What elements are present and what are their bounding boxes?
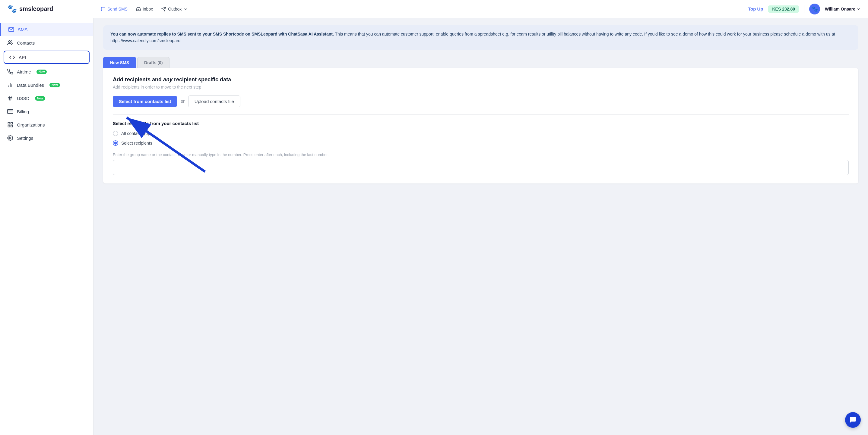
svg-line-8 (11, 96, 11, 101)
sidebar-data-label: Data Bundles (17, 82, 44, 88)
select-section-title: Select recipients from your contacts lis… (113, 121, 849, 126)
chat-support-widget[interactable] (845, 412, 861, 428)
recipients-input[interactable] (113, 160, 849, 175)
contacts-icon (7, 40, 13, 46)
recipient-action-buttons: Select from contacts list or Upload cont… (113, 96, 849, 107)
sidebar-contacts-label: Contacts (17, 40, 35, 45)
sidebar-organizations-label: Organizations (17, 122, 45, 127)
sidebar-ussd-label: USSD (17, 96, 30, 101)
svg-point-15 (10, 137, 11, 139)
topup-button[interactable]: Top Up (748, 6, 763, 11)
send-sms-label: Send SMS (107, 7, 128, 11)
logo-icon: 🐾 (7, 4, 17, 13)
top-navigation: 🐾 smsleopard Send SMS Inbox Outbox Top U… (0, 0, 868, 18)
sidebar-item-contacts[interactable]: Contacts (0, 36, 93, 49)
radio-all-circle (113, 131, 118, 136)
select-contacts-button[interactable]: Select from contacts list (113, 96, 177, 107)
sidebar-item-ussd[interactable]: USSD New (0, 92, 93, 105)
outbox-label: Outbox (168, 7, 182, 11)
radio-all-contacts[interactable]: All contacts (0) (113, 131, 849, 136)
nav-inbox[interactable]: Inbox (136, 7, 153, 11)
svg-rect-9 (7, 109, 13, 113)
svg-point-1 (8, 41, 10, 43)
app-logo: 🐾 smsleopard (7, 4, 101, 13)
ussd-badge: New (35, 96, 45, 101)
sidebar-item-data-bundles[interactable]: Data Bundles New (0, 78, 93, 92)
recipients-card: Add recipients and any recipient specifi… (103, 68, 858, 184)
tab-drafts[interactable]: Drafts (0) (137, 57, 169, 68)
user-name[interactable]: William Onsare (825, 7, 861, 11)
sidebar-item-settings[interactable]: Settings (0, 131, 93, 144)
data-bundles-icon (7, 82, 13, 88)
nav-outbox[interactable]: Outbox (161, 7, 188, 11)
user-chevron-icon (857, 7, 861, 11)
api-icon (9, 54, 15, 60)
sidebar-item-sms[interactable]: SMS (0, 23, 93, 36)
or-separator: or (181, 99, 184, 104)
billing-icon (7, 108, 13, 114)
sidebar-item-airtime[interactable]: Airtime New (0, 65, 93, 78)
upload-contacts-button[interactable]: Upload contacts file (188, 96, 240, 107)
main-layout: SMS Contacts API Airtime New Data (0, 18, 868, 435)
sms-tabs: New SMS Drafts (0) (103, 57, 858, 68)
avatar[interactable]: 🐾 (809, 4, 820, 14)
nav-divider (804, 5, 804, 13)
sidebar-settings-label: Settings (17, 136, 33, 141)
logo-text: smsleopard (19, 5, 53, 12)
sidebar-airtime-label: Airtime (17, 69, 31, 74)
svg-rect-11 (8, 123, 10, 125)
card-subtitle: Add recipients in order to move to the n… (113, 85, 849, 90)
settings-icon (7, 135, 13, 141)
nav-right: Top Up KES 232.80 🐾 William Onsare (748, 4, 861, 14)
svg-rect-13 (8, 125, 10, 127)
inbox-label: Inbox (143, 7, 153, 11)
radio-select-recipients[interactable]: Select recipients (113, 140, 849, 146)
sidebar-api-label: API (19, 55, 26, 60)
section-divider (113, 114, 849, 115)
main-content: You can now automate replies to SMS sent… (93, 18, 868, 435)
chat-icon (849, 416, 857, 424)
sidebar-item-organizations[interactable]: Organizations (0, 118, 93, 131)
inbox-icon (136, 7, 141, 11)
outbox-icon (161, 7, 166, 11)
sidebar-billing-label: Billing (17, 109, 29, 114)
tab-new-sms[interactable]: New SMS (103, 57, 136, 68)
sidebar-item-api[interactable]: API (4, 51, 90, 64)
sidebar: SMS Contacts API Airtime New Data (0, 18, 93, 435)
organizations-icon (7, 122, 13, 128)
input-hint: Enter the group name or the contact name… (113, 152, 849, 158)
sms-icon (8, 27, 14, 33)
send-sms-icon (101, 7, 105, 11)
data-badge: New (50, 83, 60, 87)
info-banner: You can now automate replies to SMS sent… (103, 25, 858, 50)
svg-rect-12 (11, 123, 13, 125)
outbox-chevron-icon (183, 7, 188, 11)
sidebar-item-billing[interactable]: Billing (0, 105, 93, 118)
airtime-icon (7, 69, 13, 75)
recipient-radio-group: All contacts (0) Select recipients (113, 131, 849, 146)
svg-rect-14 (11, 125, 13, 127)
nav-links: Send SMS Inbox Outbox (101, 7, 748, 11)
svg-line-7 (9, 96, 10, 101)
radio-select-circle (113, 140, 118, 146)
balance-display: KES 232.80 (768, 5, 799, 13)
ussd-icon (7, 95, 13, 101)
sidebar-sms-label: SMS (18, 27, 28, 32)
card-title: Add recipients and any recipient specifi… (113, 76, 849, 83)
nav-send-sms[interactable]: Send SMS (101, 7, 128, 11)
airtime-badge: New (36, 70, 47, 74)
